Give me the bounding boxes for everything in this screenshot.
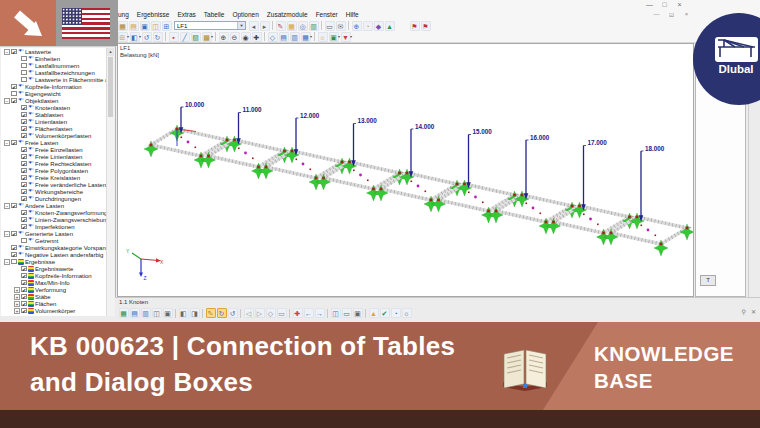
tree-checkbox[interactable]: ✔ xyxy=(21,308,27,314)
tree-expander-icon[interactable]: − xyxy=(4,231,10,237)
tree-expander-icon[interactable]: − xyxy=(4,140,10,146)
tree-expander-icon[interactable]: + xyxy=(14,308,20,314)
tree-expander-icon[interactable]: − xyxy=(4,98,10,104)
tree-item-objektlasten[interactable]: −✔Objektlasten xyxy=(1,97,107,104)
layers-icon[interactable]: ▣ xyxy=(329,32,339,42)
tree-checkbox[interactable]: ✔ xyxy=(21,294,27,300)
menu-zusatzmodule[interactable]: Zusatzmodule xyxy=(267,11,308,18)
dropdown-arrow-icon[interactable]: ▾ xyxy=(127,34,129,39)
graphics-viewport[interactable]: LF1 Belastung [kN] 10.00011.00012.00013.… xyxy=(117,43,694,297)
tree-checkbox[interactable]: ✔ xyxy=(11,245,17,251)
tree-item-stablasten[interactable]: ✔Stablasten xyxy=(1,111,107,118)
select-row-icon[interactable]: ▭ xyxy=(277,308,287,318)
tree-expander-icon[interactable]: + xyxy=(14,301,20,307)
tree-item-max-min-info[interactable]: ✔Max/Min-Info xyxy=(1,279,107,286)
tree-checkbox[interactable]: ✔ xyxy=(21,112,27,118)
pan-view-icon[interactable]: ✚ xyxy=(252,32,262,42)
menu-hilfe[interactable]: Hilfe xyxy=(346,11,359,18)
tree-item-einheiten[interactable]: Einheiten xyxy=(1,55,107,62)
tree-item-kopfzeile-information[interactable]: ✔Kopfzeile-Information xyxy=(1,272,107,279)
tree-checkbox[interactable]: ✔ xyxy=(21,266,27,272)
redo-icon[interactable]: ↻ xyxy=(153,32,163,42)
maximize-icon[interactable]: □ xyxy=(660,1,669,8)
warning-icon[interactable]: ▲ xyxy=(369,308,379,318)
tree-checkbox[interactable]: ✔ xyxy=(21,301,27,307)
new-window-icon[interactable]: ◫ xyxy=(151,21,161,31)
tree-item-linienlasten[interactable]: ✔Linienlasten xyxy=(1,118,107,125)
tree-item-lastwerte-in-flächenmitte-anze[interactable]: Lastwerte in Flächenmitte anze xyxy=(1,76,107,83)
tree-item-lastfallnummern[interactable]: Lastfallnummern xyxy=(1,62,107,69)
tree-checkbox[interactable]: ✔ xyxy=(21,105,27,111)
menu-ung[interactable]: ung xyxy=(118,11,129,18)
new-window-2-icon[interactable]: ◫ xyxy=(331,308,341,318)
column-right-icon[interactable]: ◨ xyxy=(190,308,200,318)
tree-item-freie-veränderliche-lasten[interactable]: ✔Freie veränderliche Lasten xyxy=(1,181,107,188)
tree-item-einwirkungskategorie-vorspannun[interactable]: ✔Einwirkungskategorie Vorspannun xyxy=(1,244,107,251)
solid-icon[interactable]: ▩ xyxy=(202,32,212,42)
dropdown-arrow-icon[interactable]: ▾ xyxy=(139,34,141,39)
jump-row-icon[interactable]: ◇ xyxy=(266,308,276,318)
tree-item-wirkungsbereiche[interactable]: ✔Wirkungsbereiche xyxy=(1,188,107,195)
tree-checkbox[interactable] xyxy=(21,63,27,69)
tree-expander-icon[interactable]: − xyxy=(4,49,10,55)
tree-item-freie-polygonlasten[interactable]: ✔Freie Polygonlasten xyxy=(1,167,107,174)
dropdown-arrow-icon[interactable]: ▾ xyxy=(211,34,213,39)
tree-item-durchdringungen[interactable]: ✔Durchdringungen xyxy=(1,195,107,202)
tree-checkbox[interactable]: ✔ xyxy=(21,196,27,202)
settings-icon[interactable]: ☼ xyxy=(402,308,412,318)
color-scale-icon[interactable]: ▼ xyxy=(341,32,351,42)
tree-item-negative-lasten-andersfarbig[interactable]: ✔Negative Lasten andersfarbig xyxy=(1,251,107,258)
tree-checkbox[interactable]: ✔ xyxy=(21,133,27,139)
tree-checkbox[interactable]: ✔ xyxy=(21,273,27,279)
tree-item-freie-rechtecklasten[interactable]: ✔Freie Rechtecklasten xyxy=(1,160,107,167)
move-right-icon[interactable]: → xyxy=(315,308,325,318)
tree-item-kopfzeile-information[interactable]: ✔Kopfzeile-Information xyxy=(1,83,107,90)
tree-checkbox[interactable] xyxy=(21,56,27,62)
tree-checkbox[interactable]: ✔ xyxy=(21,224,27,230)
table-show-icon[interactable]: ▦ xyxy=(119,308,129,318)
isometric-view-icon[interactable]: ◇ xyxy=(268,32,278,42)
tree-checkbox[interactable]: ✔ xyxy=(11,231,17,237)
tree-checkbox[interactable]: ✔ xyxy=(21,287,27,293)
loadcase-manager-icon[interactable]: ⊞ xyxy=(162,21,172,31)
prev-loadcase-icon[interactable]: ◂ xyxy=(249,21,259,31)
tree-checkbox[interactable]: ✔ xyxy=(21,126,27,132)
zoom-out-icon[interactable]: ⊖ xyxy=(230,32,240,42)
tables-icon[interactable]: ▥ xyxy=(309,21,319,31)
dropdown-arrow-icon[interactable]: ▾ xyxy=(350,34,352,39)
node-icon[interactable]: ▪ xyxy=(169,32,179,42)
print-icon[interactable]: ▭ xyxy=(325,21,335,31)
view-z-icon[interactable]: ▦ xyxy=(301,32,311,42)
info-icon[interactable]: ◔ xyxy=(391,308,401,318)
menu-ergebnisse[interactable]: Ergebnisse xyxy=(137,11,170,18)
zoom-window-icon[interactable]: ◉ xyxy=(241,32,251,42)
tree-item-freie-lasten[interactable]: −✔Freie Lasten xyxy=(1,139,107,146)
view-x-icon[interactable]: ▤ xyxy=(279,32,289,42)
tree-item-freie-linienlasten[interactable]: ✔Freie Linienlasten xyxy=(1,153,107,160)
render-icon[interactable]: ◆ xyxy=(374,21,384,31)
row-next-icon[interactable]: ▷ xyxy=(255,308,265,318)
dropdown-arrow-icon[interactable]: ▾ xyxy=(310,34,312,39)
undo-icon[interactable]: ↺ xyxy=(142,32,152,42)
flag-red-icon[interactable]: ⚑ xyxy=(410,21,420,31)
tree-item-linien-zwangsverschiebungen[interactable]: ✔Linien-Zwangsverschiebungen xyxy=(1,216,107,223)
tree-checkbox[interactable]: ✔ xyxy=(21,119,27,125)
tree-item-lastfallbezeichnungen[interactable]: Lastfallbezeichnungen xyxy=(1,69,107,76)
tree-checkbox[interactable]: ✔ xyxy=(11,203,17,209)
tree-item-volumenkörperlasten[interactable]: ✔Volumenkörperlasten xyxy=(1,132,107,139)
start-calculation-icon[interactable]: ▲ xyxy=(385,21,395,31)
tree-checkbox[interactable] xyxy=(11,259,17,265)
minimize-icon[interactable]: — xyxy=(645,1,654,8)
column-left-icon[interactable]: ◧ xyxy=(179,308,189,318)
scroll-up-icon[interactable]: ▲ xyxy=(107,48,114,56)
tree-checkbox[interactable]: ✔ xyxy=(21,210,27,216)
check-icon[interactable]: ✔ xyxy=(380,308,390,318)
tree-item-ergebniswerte[interactable]: ✔Ergebniswerte xyxy=(1,265,107,272)
search-icon[interactable]: ◎ xyxy=(298,21,308,31)
sync-icon[interactable]: ↺ xyxy=(228,308,238,318)
new-load-icon[interactable]: ▦ xyxy=(287,21,297,31)
tree-item-flächenlasten[interactable]: ✔Flächenlasten xyxy=(1,125,107,132)
tree-checkbox[interactable]: ✔ xyxy=(21,182,27,188)
display-properties-icon[interactable]: ☼ xyxy=(318,32,328,42)
tree-item-eigengewicht[interactable]: Eigengewicht xyxy=(1,90,107,97)
